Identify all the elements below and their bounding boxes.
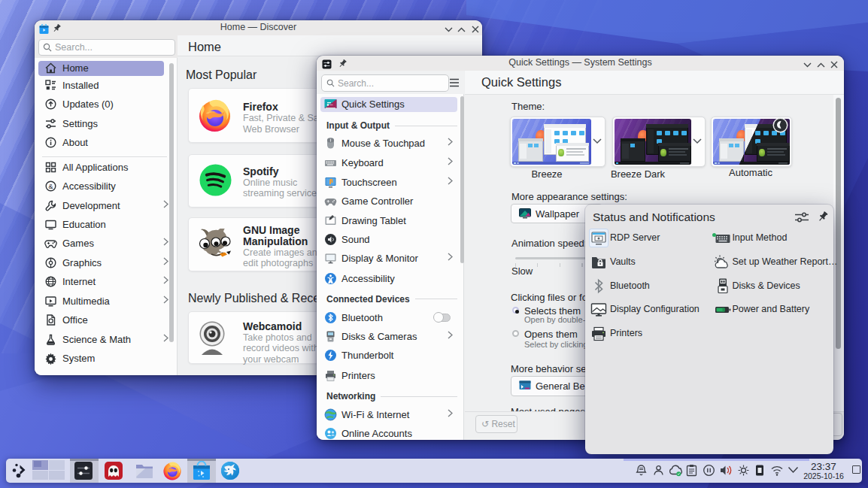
svg-text:&: & bbox=[48, 183, 53, 190]
